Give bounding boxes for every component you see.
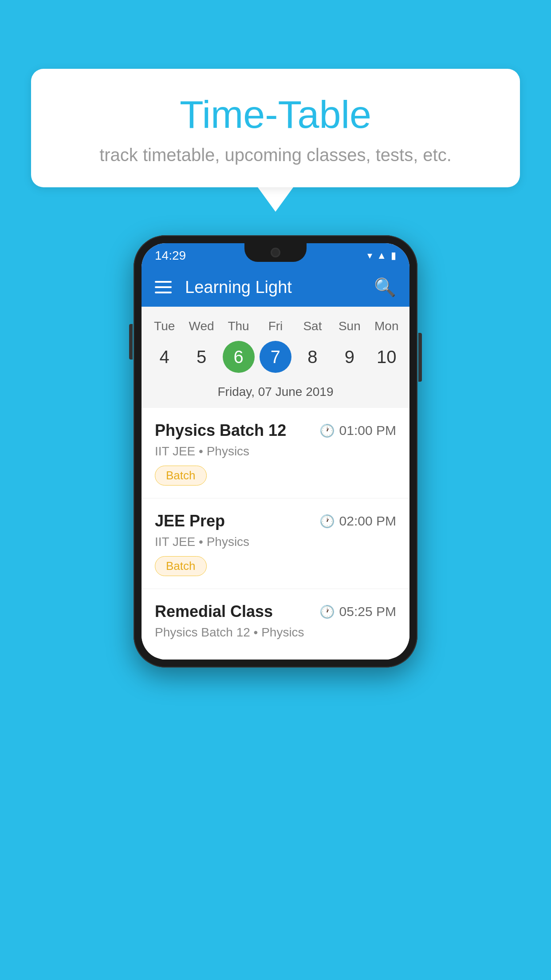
date-10[interactable]: 10 (368, 339, 405, 375)
weekday-mon: Mon (368, 316, 405, 337)
date-9[interactable]: 9 (331, 339, 368, 375)
schedule-item-2-time: 🕐 02:00 PM (319, 514, 396, 529)
date-5[interactable]: 5 (183, 339, 220, 375)
schedule-list: Physics Batch 12 🕐 01:00 PM IIT JEE • Ph… (142, 408, 409, 660)
dates-row: 4 5 6 7 8 9 (142, 337, 409, 381)
calendar-header: Tue Wed Thu Fri Sat Sun Mon 4 5 (142, 307, 409, 408)
schedule-item-1-header: Physics Batch 12 🕐 01:00 PM (155, 421, 396, 440)
phone-notch (244, 243, 307, 262)
speech-bubble-subtitle: track timetable, upcoming classes, tests… (58, 145, 493, 165)
status-icons: ▾ ▲ ▮ (367, 250, 396, 261)
clock-icon-3: 🕐 (319, 605, 335, 619)
date-6-today[interactable]: 6 (220, 339, 257, 375)
date-4[interactable]: 4 (146, 339, 183, 375)
app-title: Learning Light (185, 278, 361, 297)
wifi-icon: ▾ (367, 250, 372, 261)
weekday-sun: Sun (331, 316, 368, 337)
selected-date-label: Friday, 07 June 2019 (142, 381, 409, 408)
schedule-item-2-meta: IIT JEE • Physics (155, 535, 396, 549)
schedule-item-3-meta: Physics Batch 12 • Physics (155, 625, 396, 640)
schedule-item-1-meta: IIT JEE • Physics (155, 444, 396, 458)
weekday-thu: Thu (220, 316, 257, 337)
schedule-item-2[interactable]: JEE Prep 🕐 02:00 PM IIT JEE • Physics Ba… (142, 498, 409, 589)
schedule-item-2-header: JEE Prep 🕐 02:00 PM (155, 512, 396, 530)
clock-icon-2: 🕐 (319, 514, 335, 529)
weekday-tue: Tue (146, 316, 183, 337)
schedule-item-3-time: 🕐 05:25 PM (319, 604, 396, 619)
date-7-selected[interactable]: 7 (257, 339, 294, 375)
schedule-item-1-time: 🕐 01:00 PM (319, 423, 396, 438)
front-camera (271, 248, 280, 257)
weekday-fri: Fri (257, 316, 294, 337)
schedule-item-3-header: Remedial Class 🕐 05:25 PM (155, 602, 396, 621)
speech-bubble-title: Time-Table (58, 93, 493, 136)
signal-icon: ▲ (377, 250, 386, 261)
schedule-item-2-badge: Batch (155, 556, 207, 576)
phone-frame: 14:29 ▾ ▲ ▮ Learning Light 🔍 (134, 235, 417, 668)
status-time: 14:29 (155, 249, 186, 263)
clock-icon-1: 🕐 (319, 423, 335, 438)
phone-screen: 14:29 ▾ ▲ ▮ Learning Light 🔍 (142, 243, 409, 660)
date-8[interactable]: 8 (294, 339, 331, 375)
schedule-item-3[interactable]: Remedial Class 🕐 05:25 PM Physics Batch … (142, 589, 409, 660)
schedule-item-3-title: Remedial Class (155, 602, 273, 621)
weekdays-row: Tue Wed Thu Fri Sat Sun Mon (142, 316, 409, 337)
speech-bubble-container: Time-Table track timetable, upcoming cla… (31, 69, 520, 212)
menu-button[interactable] (155, 281, 172, 293)
speech-bubble-arrow (258, 187, 293, 212)
schedule-item-2-title: JEE Prep (155, 512, 225, 530)
phone-container: 14:29 ▾ ▲ ▮ Learning Light 🔍 (134, 235, 417, 668)
schedule-item-1-title: Physics Batch 12 (155, 421, 286, 440)
speech-bubble: Time-Table track timetable, upcoming cla… (31, 69, 520, 187)
search-icon[interactable]: 🔍 (374, 277, 396, 298)
weekday-sat: Sat (294, 316, 331, 337)
schedule-item-1[interactable]: Physics Batch 12 🕐 01:00 PM IIT JEE • Ph… (142, 408, 409, 498)
battery-icon: ▮ (391, 250, 396, 261)
app-bar: Learning Light 🔍 (142, 268, 409, 307)
weekday-wed: Wed (183, 316, 220, 337)
schedule-item-1-badge: Batch (155, 466, 207, 486)
